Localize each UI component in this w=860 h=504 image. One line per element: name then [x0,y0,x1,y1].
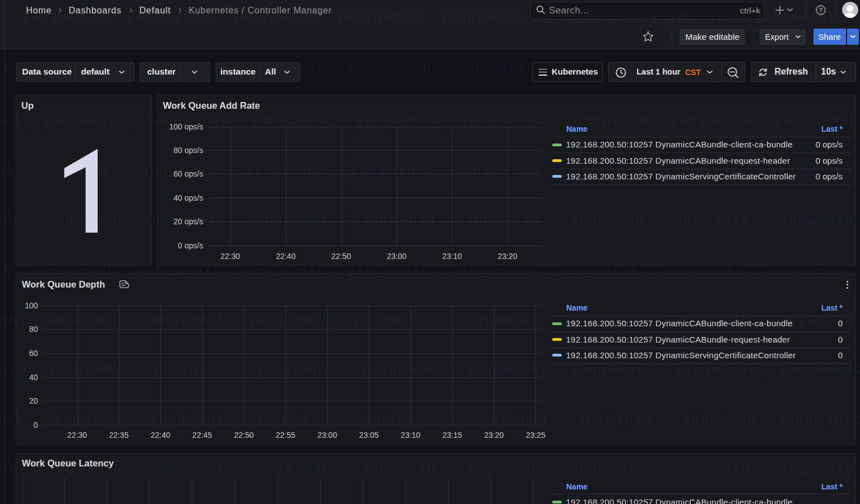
svg-text:yangwenxb_: yangwenxb_ [558,61,650,76]
svg-text:yangwenxb_: yangwenxb_ [244,61,336,76]
svg-text:yangwenxb_: yangwenxb_ [0,61,22,76]
svg-text:yangwenxb_: yangwenxb_ [767,61,859,76]
svg-text:yangwenxb_: yangwenxb_ [453,61,545,76]
svg-text:yangwenxb_: yangwenxb_ [35,61,127,76]
svg-text:yangwenxb_: yangwenxb_ [349,61,441,76]
svg-text:?: ? [819,7,822,13]
svg-text:yangwenxb_: yangwenxb_ [140,61,232,76]
svg-text:yangwenxb_: yangwenxb_ [663,61,755,76]
